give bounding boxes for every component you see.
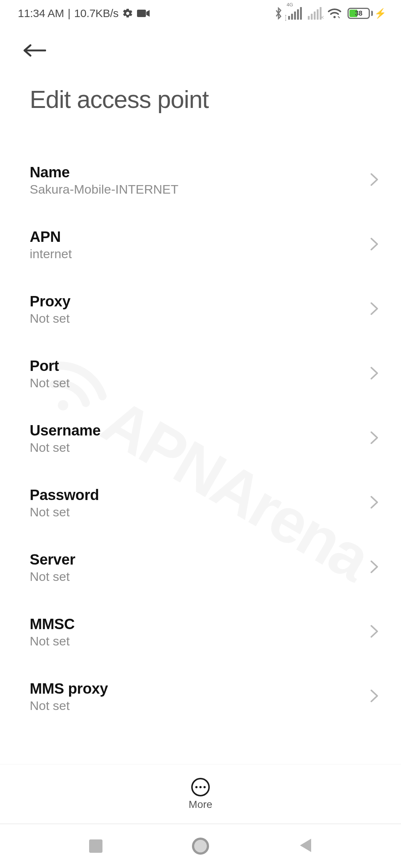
battery-icon: 38 ⚡ xyxy=(348,8,386,19)
setting-label: MMS proxy xyxy=(30,680,108,697)
setting-row-apn-server[interactable]: ServerNot set xyxy=(30,538,379,602)
nav-recents-button[interactable] xyxy=(89,839,102,853)
page-title: Edit access point xyxy=(0,59,401,114)
setting-value: Not set xyxy=(30,376,70,390)
setting-row-apn-password[interactable]: PasswordNot set xyxy=(30,473,379,538)
signal-nosim-icon: ✕ xyxy=(320,14,325,20)
chevron-right-icon xyxy=(370,624,379,640)
status-time: 11:34 AM xyxy=(18,7,64,20)
setting-label: Password xyxy=(30,487,99,503)
status-right: 4G ↑↓ ✕ 38 ⚡ xyxy=(275,7,386,20)
status-bar: 11:34 AM | 10.7KB/s 4G ↑↓ ✕ 38 xyxy=(0,0,401,27)
setting-label: Port xyxy=(30,358,70,374)
chevron-right-icon xyxy=(370,560,379,575)
setting-value: Not set xyxy=(30,311,71,326)
setting-value: Not set xyxy=(30,569,75,584)
battery-percent: 38 xyxy=(349,9,369,18)
nav-home-button[interactable] xyxy=(192,838,209,855)
setting-label: Proxy xyxy=(30,293,71,310)
charging-icon: ⚡ xyxy=(374,8,386,19)
signal-secondary-icon: ✕ xyxy=(308,7,322,20)
chevron-right-icon xyxy=(370,237,379,253)
setting-label: APN xyxy=(30,228,72,245)
signal-4g-label: 4G xyxy=(287,2,293,7)
wifi-icon xyxy=(327,8,342,19)
setting-row-apn-port[interactable]: PortNot set xyxy=(30,344,379,409)
bluetooth-icon xyxy=(275,7,282,20)
setting-value: Not set xyxy=(30,634,75,648)
setting-row-apn-username[interactable]: UsernameNot set xyxy=(30,409,379,473)
signal-primary-icon: 4G ↑↓ xyxy=(288,7,302,20)
signal-arrows-icon: ↑↓ xyxy=(284,14,287,20)
setting-value: Not set xyxy=(30,440,101,455)
setting-label: MMSC xyxy=(30,616,75,632)
chevron-right-icon xyxy=(370,689,379,704)
setting-value: Not set xyxy=(30,505,99,519)
setting-label: Name xyxy=(30,164,179,181)
footer: More xyxy=(0,764,401,868)
camera-icon xyxy=(137,9,150,18)
setting-row-apn-apn[interactable]: APNinternet xyxy=(30,215,379,280)
setting-row-apn-mmsproxy[interactable]: MMS proxyNot set xyxy=(30,667,379,731)
settings-list: NameSakura-Mobile-INTERNETAPNinternetPro… xyxy=(0,114,401,731)
more-button[interactable]: More xyxy=(0,764,401,823)
back-button[interactable] xyxy=(22,43,386,59)
setting-value: Not set xyxy=(30,698,108,713)
chevron-right-icon xyxy=(370,302,379,317)
setting-row-apn-proxy[interactable]: ProxyNot set xyxy=(30,280,379,344)
setting-row-apn-mmsc[interactable]: MMSCNot set xyxy=(30,602,379,667)
setting-value: internet xyxy=(30,247,72,261)
setting-row-apn-name[interactable]: NameSakura-Mobile-INTERNET xyxy=(30,151,379,215)
chevron-right-icon xyxy=(370,495,379,511)
chevron-right-icon xyxy=(370,172,379,188)
chevron-right-icon xyxy=(370,431,379,446)
setting-label: Server xyxy=(30,551,75,568)
status-left: 11:34 AM | 10.7KB/s xyxy=(18,7,150,20)
setting-label: Username xyxy=(30,422,101,439)
nav-back-button[interactable] xyxy=(299,838,312,854)
android-nav-bar xyxy=(0,823,401,868)
chevron-right-icon xyxy=(370,366,379,382)
more-label: More xyxy=(189,799,212,811)
more-icon xyxy=(191,778,210,796)
gear-icon xyxy=(122,8,133,19)
setting-value: Sakura-Mobile-INTERNET xyxy=(30,182,179,197)
status-netspeed: 10.7KB/s xyxy=(74,7,118,20)
status-divider: | xyxy=(68,7,71,20)
svg-rect-0 xyxy=(137,10,146,17)
